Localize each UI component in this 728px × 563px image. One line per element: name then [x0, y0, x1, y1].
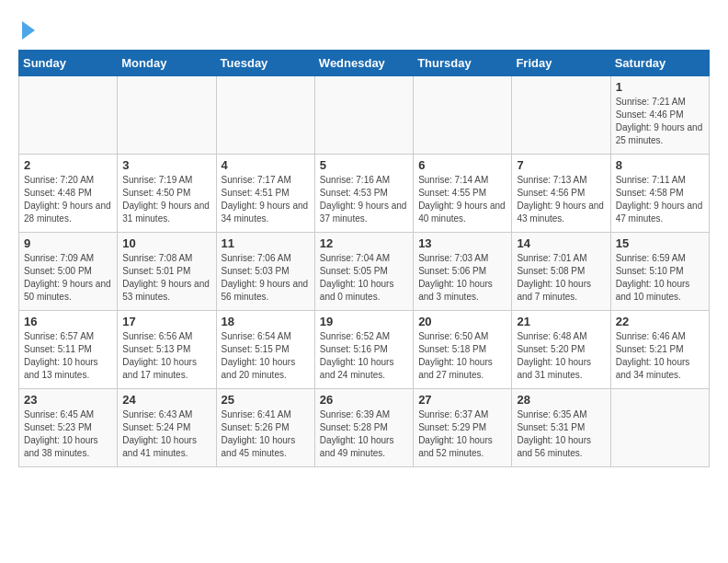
day-number: 14: [517, 236, 605, 250]
day-number: 13: [418, 236, 506, 250]
calendar-cell: 21Sunrise: 6:48 AM Sunset: 5:20 PM Dayli…: [512, 311, 610, 389]
weekday-header-wednesday: Wednesday: [314, 51, 413, 76]
calendar-cell: [118, 76, 216, 155]
calendar-cell: 7Sunrise: 7:13 AM Sunset: 4:56 PM Daylig…: [512, 155, 610, 233]
day-number: 21: [517, 315, 605, 328]
day-info: Sunrise: 7:20 AM Sunset: 4:48 PM Dayligh…: [24, 174, 112, 225]
day-info: Sunrise: 7:08 AM Sunset: 5:01 PM Dayligh…: [122, 252, 210, 304]
day-number: 12: [320, 236, 408, 250]
calendar-cell: 8Sunrise: 7:11 AM Sunset: 4:58 PM Daylig…: [610, 155, 709, 233]
day-number: 3: [122, 158, 210, 172]
day-info: Sunrise: 7:03 AM Sunset: 5:06 PM Dayligh…: [418, 252, 506, 304]
calendar-cell: 3Sunrise: 7:19 AM Sunset: 4:50 PM Daylig…: [118, 155, 216, 233]
calendar-cell: 13Sunrise: 7:03 AM Sunset: 5:06 PM Dayli…: [414, 233, 512, 311]
calendar-week-row: 23Sunrise: 6:45 AM Sunset: 5:23 PM Dayli…: [19, 389, 710, 467]
calendar-cell: 1Sunrise: 7:21 AM Sunset: 4:46 PM Daylig…: [610, 76, 709, 155]
calendar-cell: 25Sunrise: 6:41 AM Sunset: 5:26 PM Dayli…: [216, 389, 314, 467]
calendar-week-row: 1Sunrise: 7:21 AM Sunset: 4:46 PM Daylig…: [19, 76, 710, 155]
day-number: 10: [122, 236, 210, 250]
calendar-week-row: 16Sunrise: 6:57 AM Sunset: 5:11 PM Dayli…: [19, 311, 710, 389]
calendar-cell: 20Sunrise: 6:50 AM Sunset: 5:18 PM Dayli…: [414, 311, 512, 389]
day-info: Sunrise: 6:52 AM Sunset: 5:16 PM Dayligh…: [320, 330, 408, 382]
day-number: 26: [320, 393, 408, 407]
day-number: 7: [517, 158, 605, 172]
day-info: Sunrise: 7:06 AM Sunset: 5:03 PM Dayligh…: [222, 252, 310, 304]
day-number: 2: [24, 158, 112, 172]
day-info: Sunrise: 7:16 AM Sunset: 4:53 PM Dayligh…: [320, 174, 408, 225]
logo: [18, 18, 35, 40]
day-info: Sunrise: 7:21 AM Sunset: 4:46 PM Dayligh…: [616, 96, 704, 147]
weekday-header-sunday: Sunday: [19, 51, 118, 76]
day-number: 5: [320, 158, 408, 172]
weekday-header-friday: Friday: [512, 51, 610, 76]
calendar-cell: 22Sunrise: 6:46 AM Sunset: 5:21 PM Dayli…: [610, 311, 709, 389]
calendar-cell: 23Sunrise: 6:45 AM Sunset: 5:23 PM Dayli…: [19, 389, 118, 467]
day-info: Sunrise: 6:37 AM Sunset: 5:29 PM Dayligh…: [418, 408, 506, 460]
weekday-header-thursday: Thursday: [414, 51, 512, 76]
day-info: Sunrise: 6:50 AM Sunset: 5:18 PM Dayligh…: [418, 330, 506, 382]
day-info: Sunrise: 6:59 AM Sunset: 5:10 PM Dayligh…: [616, 252, 704, 304]
day-number: 27: [418, 393, 506, 407]
day-number: 24: [122, 393, 210, 407]
day-number: 23: [24, 393, 112, 407]
calendar-cell: 4Sunrise: 7:17 AM Sunset: 4:51 PM Daylig…: [216, 155, 314, 233]
calendar-week-row: 2Sunrise: 7:20 AM Sunset: 4:48 PM Daylig…: [19, 155, 710, 233]
day-info: Sunrise: 6:39 AM Sunset: 5:28 PM Dayligh…: [320, 408, 408, 460]
day-info: Sunrise: 6:45 AM Sunset: 5:23 PM Dayligh…: [24, 408, 112, 460]
calendar-cell: [216, 76, 314, 155]
calendar-cell: 19Sunrise: 6:52 AM Sunset: 5:16 PM Dayli…: [314, 311, 413, 389]
calendar-cell: 12Sunrise: 7:04 AM Sunset: 5:05 PM Dayli…: [314, 233, 413, 311]
day-info: Sunrise: 6:43 AM Sunset: 5:24 PM Dayligh…: [122, 408, 210, 460]
day-number: 4: [222, 158, 310, 172]
day-number: 17: [122, 315, 210, 328]
day-info: Sunrise: 6:41 AM Sunset: 5:26 PM Dayligh…: [222, 408, 310, 460]
day-info: Sunrise: 6:35 AM Sunset: 5:31 PM Dayligh…: [517, 408, 605, 460]
calendar-cell: [19, 76, 118, 155]
calendar-cell: 11Sunrise: 7:06 AM Sunset: 5:03 PM Dayli…: [216, 233, 314, 311]
day-info: Sunrise: 7:01 AM Sunset: 5:08 PM Dayligh…: [517, 252, 605, 304]
day-number: 1: [616, 80, 704, 94]
day-number: 8: [616, 158, 704, 172]
calendar-table: SundayMondayTuesdayWednesdayThursdayFrid…: [18, 50, 710, 467]
day-info: Sunrise: 6:54 AM Sunset: 5:15 PM Dayligh…: [222, 330, 310, 382]
calendar-cell: [512, 76, 610, 155]
calendar-cell: 18Sunrise: 6:54 AM Sunset: 5:15 PM Dayli…: [216, 311, 314, 389]
day-info: Sunrise: 7:14 AM Sunset: 4:55 PM Dayligh…: [418, 174, 506, 225]
calendar-cell: 16Sunrise: 6:57 AM Sunset: 5:11 PM Dayli…: [19, 311, 118, 389]
day-number: 6: [418, 158, 506, 172]
day-number: 19: [320, 315, 408, 328]
weekday-header-saturday: Saturday: [610, 51, 709, 76]
day-info: Sunrise: 6:46 AM Sunset: 5:21 PM Dayligh…: [616, 330, 704, 382]
day-number: 15: [616, 236, 704, 250]
day-info: Sunrise: 7:04 AM Sunset: 5:05 PM Dayligh…: [320, 252, 408, 304]
day-number: 11: [222, 236, 310, 250]
calendar-cell: 15Sunrise: 6:59 AM Sunset: 5:10 PM Dayli…: [610, 233, 709, 311]
calendar-cell: 14Sunrise: 7:01 AM Sunset: 5:08 PM Dayli…: [512, 233, 610, 311]
calendar-week-row: 9Sunrise: 7:09 AM Sunset: 5:00 PM Daylig…: [19, 233, 710, 311]
calendar-cell: [610, 389, 709, 467]
day-number: 28: [517, 393, 605, 407]
day-number: 18: [222, 315, 310, 328]
logo-arrow-icon: [22, 21, 35, 40]
day-number: 25: [222, 393, 310, 407]
day-number: 16: [24, 315, 112, 328]
calendar-cell: 26Sunrise: 6:39 AM Sunset: 5:28 PM Dayli…: [314, 389, 413, 467]
calendar-cell: 28Sunrise: 6:35 AM Sunset: 5:31 PM Dayli…: [512, 389, 610, 467]
day-info: Sunrise: 7:17 AM Sunset: 4:51 PM Dayligh…: [222, 174, 310, 225]
page-header: [18, 18, 710, 40]
day-info: Sunrise: 6:48 AM Sunset: 5:20 PM Dayligh…: [517, 330, 605, 382]
calendar-cell: 27Sunrise: 6:37 AM Sunset: 5:29 PM Dayli…: [414, 389, 512, 467]
calendar-cell: 6Sunrise: 7:14 AM Sunset: 4:55 PM Daylig…: [414, 155, 512, 233]
weekday-header-monday: Monday: [118, 51, 216, 76]
calendar-cell: 10Sunrise: 7:08 AM Sunset: 5:01 PM Dayli…: [118, 233, 216, 311]
day-info: Sunrise: 7:19 AM Sunset: 4:50 PM Dayligh…: [122, 174, 210, 225]
calendar-cell: 17Sunrise: 6:56 AM Sunset: 5:13 PM Dayli…: [118, 311, 216, 389]
day-info: Sunrise: 6:56 AM Sunset: 5:13 PM Dayligh…: [122, 330, 210, 382]
day-info: Sunrise: 7:13 AM Sunset: 4:56 PM Dayligh…: [517, 174, 605, 225]
calendar-cell: 5Sunrise: 7:16 AM Sunset: 4:53 PM Daylig…: [314, 155, 413, 233]
day-info: Sunrise: 7:11 AM Sunset: 4:58 PM Dayligh…: [616, 174, 704, 225]
calendar-cell: 9Sunrise: 7:09 AM Sunset: 5:00 PM Daylig…: [19, 233, 118, 311]
day-number: 9: [24, 236, 112, 250]
day-number: 22: [616, 315, 704, 328]
calendar-cell: 24Sunrise: 6:43 AM Sunset: 5:24 PM Dayli…: [118, 389, 216, 467]
